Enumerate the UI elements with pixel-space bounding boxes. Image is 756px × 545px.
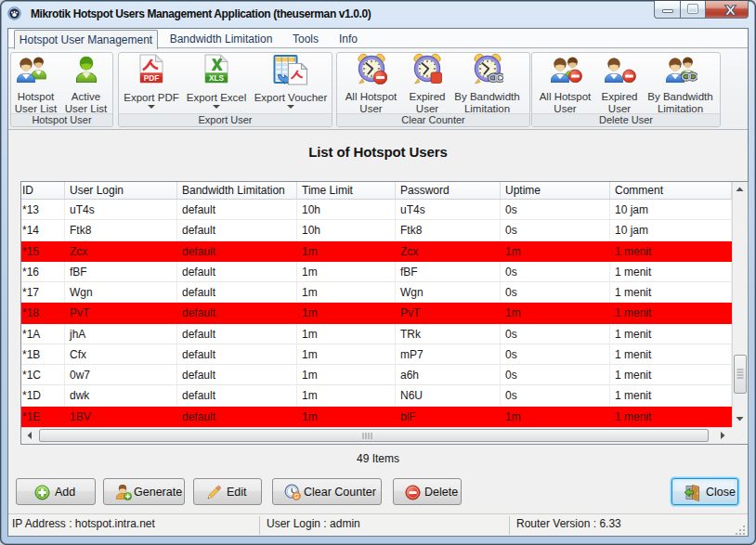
svg-text:PDF: PDF <box>144 74 159 83</box>
svg-text:XLS: XLS <box>209 74 224 83</box>
